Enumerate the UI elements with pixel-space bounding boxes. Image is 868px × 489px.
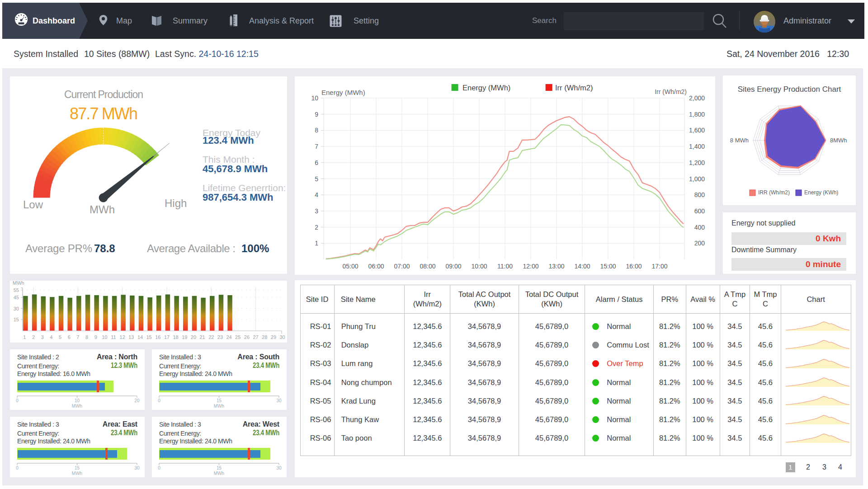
svg-text:45: 45: [14, 295, 19, 300]
svg-text:10: 10: [102, 334, 107, 340]
svg-text:5: 5: [315, 175, 318, 183]
svg-text:23: 23: [217, 334, 223, 340]
svg-text:07:00: 07:00: [394, 263, 410, 270]
svg-text:800: 800: [694, 191, 705, 198]
svg-text:6: 6: [68, 334, 71, 340]
svg-text:15: 15: [75, 465, 80, 470]
svg-text:Irr (Wh/m2): Irr (Wh/m2): [655, 88, 687, 95]
svg-text:20: 20: [191, 334, 196, 340]
svg-text:17:00: 17:00: [651, 263, 667, 270]
svg-text:15: 15: [217, 398, 222, 403]
svg-text:22: 22: [208, 334, 214, 340]
svg-text:29: 29: [271, 334, 276, 340]
svg-text:26: 26: [244, 334, 250, 340]
svg-text:1: 1: [23, 334, 26, 340]
svg-text:28: 28: [262, 334, 267, 340]
svg-text:10: 10: [311, 94, 318, 102]
svg-text:3: 3: [315, 207, 318, 215]
svg-text:0: 0: [16, 465, 19, 470]
svg-text:1: 1: [315, 240, 318, 247]
svg-text:MWh: MWh: [72, 471, 82, 476]
svg-text:100%: 100%: [241, 242, 269, 254]
svg-text:17: 17: [164, 334, 170, 340]
svg-text:2,000: 2,000: [689, 94, 705, 102]
svg-text:1,800: 1,800: [689, 111, 705, 118]
svg-text:1,600: 1,600: [689, 127, 705, 134]
svg-text:0: 0: [158, 465, 160, 470]
svg-text:15: 15: [14, 317, 19, 322]
svg-text:0: 0: [158, 398, 160, 403]
svg-text:87.7 MWh: 87.7 MWh: [70, 104, 138, 123]
svg-text:20: 20: [134, 398, 140, 403]
svg-text:08:00: 08:00: [420, 263, 435, 270]
svg-text:25: 25: [235, 334, 241, 340]
svg-text:14: 14: [137, 334, 143, 340]
svg-text:15:00: 15:00: [600, 263, 616, 270]
svg-text:Energy (KWh): Energy (KWh): [804, 189, 838, 196]
svg-text:Average Available :: Average Available :: [147, 242, 236, 254]
svg-text:1,000: 1,000: [689, 175, 705, 183]
svg-text:Low: Low: [23, 198, 43, 211]
svg-text:30: 30: [276, 398, 282, 403]
svg-text:MWh: MWh: [72, 404, 82, 409]
svg-text:55: 55: [14, 287, 19, 293]
svg-text:8: 8: [315, 127, 318, 134]
svg-text:24: 24: [226, 334, 231, 340]
svg-text:45,678.9 MWh: 45,678.9 MWh: [203, 163, 268, 174]
svg-text:16: 16: [155, 334, 160, 340]
svg-text:9: 9: [94, 334, 97, 340]
svg-text:05:00: 05:00: [342, 263, 358, 270]
svg-text:12:00: 12:00: [523, 263, 538, 270]
svg-text:Average PR%: Average PR%: [25, 242, 92, 254]
svg-text:10: 10: [75, 398, 80, 403]
svg-text:27: 27: [253, 334, 258, 340]
svg-text:2: 2: [315, 224, 318, 231]
svg-text:10:00: 10:00: [471, 263, 487, 270]
svg-text:123.4 MWh: 123.4 MWh: [203, 135, 254, 146]
svg-text:7: 7: [315, 143, 318, 150]
svg-text:09:00: 09:00: [445, 263, 461, 270]
svg-text:4: 4: [315, 191, 318, 198]
svg-text:0: 0: [16, 398, 19, 403]
svg-text:9: 9: [315, 111, 318, 118]
svg-text:30: 30: [14, 306, 19, 311]
svg-text:11:00: 11:00: [497, 263, 513, 270]
svg-text:1,400: 1,400: [689, 143, 705, 150]
svg-text:IRR (Wh/m2): IRR (Wh/m2): [758, 189, 790, 196]
svg-text:13: 13: [128, 334, 134, 340]
svg-text:Irr (Wh/m2): Irr (Wh/m2): [555, 84, 593, 92]
svg-text:30: 30: [279, 334, 285, 340]
svg-text:600: 600: [694, 207, 705, 215]
svg-text:MWh: MWh: [90, 203, 115, 216]
svg-text:6: 6: [315, 159, 318, 166]
svg-text:14:00: 14:00: [574, 263, 590, 270]
svg-text:13:00: 13:00: [548, 263, 564, 270]
svg-text:High: High: [165, 197, 187, 209]
svg-text:78.8: 78.8: [94, 242, 115, 254]
svg-text:3: 3: [41, 334, 44, 340]
svg-text:16:00: 16:00: [626, 263, 642, 270]
svg-text:5: 5: [59, 334, 61, 340]
svg-text:11: 11: [111, 334, 116, 340]
svg-text:8 MWh: 8 MWh: [730, 137, 749, 144]
svg-text:21: 21: [199, 334, 205, 340]
svg-text:Sites Energy Production Chart: Sites Energy Production Chart: [738, 85, 841, 94]
svg-text:2: 2: [32, 334, 35, 340]
svg-text:18: 18: [173, 334, 178, 340]
svg-text:4: 4: [50, 334, 52, 340]
svg-text:Energy (MWh): Energy (MWh): [321, 89, 365, 96]
svg-text:7: 7: [76, 334, 79, 340]
svg-text:30: 30: [134, 465, 140, 470]
svg-text:1,200: 1,200: [689, 159, 705, 166]
svg-text:400: 400: [694, 224, 705, 231]
svg-text:Energy (MWh): Energy (MWh): [462, 84, 510, 92]
svg-text:12: 12: [120, 334, 125, 340]
svg-text:8: 8: [85, 334, 88, 340]
svg-text:19: 19: [182, 334, 187, 340]
svg-text:Current Production: Current Production: [64, 89, 143, 100]
svg-text:MWh: MWh: [13, 281, 24, 286]
svg-text:15: 15: [146, 334, 151, 340]
svg-text:30: 30: [276, 465, 282, 470]
svg-text:200: 200: [694, 240, 705, 247]
svg-text:MWh: MWh: [214, 471, 224, 476]
